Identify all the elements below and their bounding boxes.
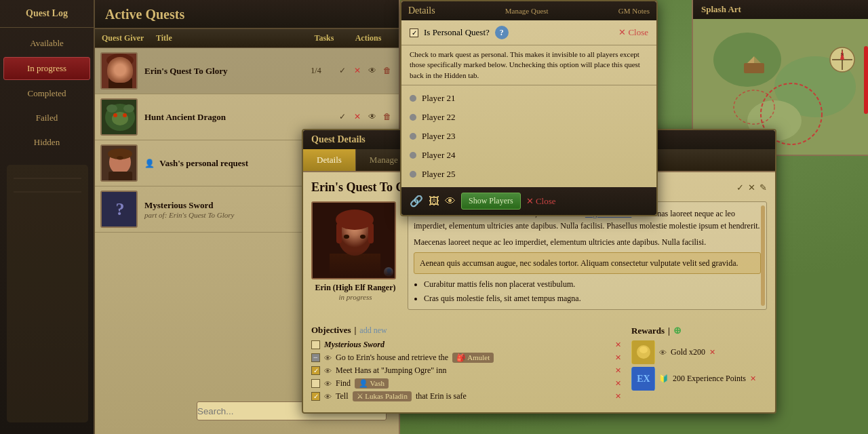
check-icon[interactable]: ✓	[736, 182, 744, 193]
quest-complete-btn[interactable]: ✓	[336, 65, 349, 77]
obj-eye-4[interactable]: 👁	[324, 380, 332, 388]
sidebar-item-inprogress[interactable]: In progress	[3, 57, 90, 80]
reward-text-exp: 200 Experience Points	[673, 374, 746, 384]
obj-checkbox-2[interactable]: −	[311, 353, 320, 362]
quest-hide-btn[interactable]: 👁	[366, 65, 378, 77]
obj-checkbox-3[interactable]: ✓	[311, 366, 320, 375]
info-icon[interactable]: ?	[495, 26, 509, 39]
objective-item-2: − 👁 Go to Erin's house and retrieve the …	[311, 353, 621, 363]
quest-list-header: Active Quests	[95, 0, 399, 29]
person-icon: 👤	[144, 159, 155, 168]
description-box[interactable]: Nulla lobortis velit id lorem ultricies,…	[408, 201, 767, 310]
obj-eye-3[interactable]: 👁	[324, 367, 332, 375]
details-content: 👤 Erin (High Elf Ranger) in progress Nul…	[311, 201, 767, 310]
quest-delete-btn-2[interactable]: 🗑	[381, 111, 393, 123]
info-tooltip: Check to mark quest as personal. This ma…	[401, 45, 656, 85]
svg-rect-29	[744, 63, 764, 73]
reward-item-exp: EX 🔰 200 Experience Points ✕	[631, 367, 767, 391]
player-dot-24	[410, 152, 416, 159]
exp-icon: EX	[631, 367, 655, 391]
avatar-vash	[100, 144, 138, 182]
add-objective-link[interactable]: add new	[359, 326, 387, 336]
eye-footer-icon[interactable]: 👁	[445, 195, 456, 208]
col-title-label: Title	[156, 33, 304, 43]
obj-delete-3[interactable]: ✕	[615, 366, 621, 375]
obj-text-5-post: that Erin is safe	[416, 391, 467, 401]
svg-text:?: ?	[116, 199, 125, 219]
obj-delete-1[interactable]: ✕	[615, 340, 621, 349]
svg-rect-41	[330, 254, 380, 279]
obj-eye-5[interactable]: 👁	[324, 393, 332, 401]
obj-text-2: Go to Erin's house and retrieve the	[336, 353, 448, 363]
player-item-23[interactable]: Player 23	[401, 127, 656, 146]
obj-tag-vash: 👤 Vash	[355, 378, 389, 389]
quest-info-mystery: Mysterious Sword part of: Erin's Quest T…	[144, 200, 296, 219]
svg-text:N: N	[840, 52, 844, 57]
obj-eye-2[interactable]: 👁	[324, 354, 332, 362]
obj-delete-2[interactable]: ✕	[615, 353, 621, 362]
portrait-status: in progress	[311, 293, 399, 301]
quest-delete-btn[interactable]: 🗑	[381, 65, 393, 77]
obj-text-4: Find	[336, 378, 351, 389]
sidebar: Quest Log Available In progress Complete…	[0, 0, 95, 434]
player-dot-21	[410, 95, 416, 102]
tab-details[interactable]: Details	[303, 149, 356, 171]
obj-checkbox-1[interactable]	[311, 340, 320, 349]
popup-close-btn[interactable]: ✕ Close	[618, 27, 648, 38]
obj-checkbox-4[interactable]	[311, 379, 320, 388]
reward-delete-gold[interactable]: ✕	[709, 348, 715, 357]
obj-delete-5[interactable]: ✕	[615, 392, 621, 401]
footer-close-btn[interactable]: ✕ Close	[526, 196, 556, 207]
quest-actions-dragon: ✓ ✕ 👁 🗑	[336, 111, 393, 123]
svg-point-13	[106, 104, 117, 113]
quest-title-vash: Vash's personal request	[159, 158, 248, 168]
quest-hide-btn-2[interactable]: 👁	[366, 111, 378, 123]
personal-quest-checkbox[interactable]: ✓	[410, 28, 418, 37]
svg-point-47	[360, 235, 366, 239]
svg-point-17	[123, 113, 127, 117]
reward-delete-exp[interactable]: ✕	[750, 374, 756, 383]
tooltip-text: Check to mark quest as personal. This ma…	[410, 50, 648, 81]
obj-checkbox-5[interactable]: ✓	[311, 392, 320, 401]
sidebar-item-completed[interactable]: Completed	[3, 83, 90, 104]
splash-art-header: Splash Art	[693, 0, 868, 19]
show-players-button[interactable]: Show Players	[461, 193, 521, 210]
quest-info-erin: Erin's Quest To Glory	[144, 66, 296, 77]
quest-row-erin[interactable]: Erin's Quest To Glory 1/4 ✓ ✕ 👁 🗑	[95, 48, 399, 94]
x-icon[interactable]: ✕	[748, 182, 755, 193]
sidebar-item-hidden[interactable]: Hidden	[3, 132, 90, 153]
reward-eye-exp[interactable]: 🔰	[659, 374, 669, 383]
rewards-title: Rewards	[631, 326, 665, 336]
reward-eye-gold[interactable]: 👁	[659, 349, 667, 357]
obj-text-1: Mysterious Sword	[324, 340, 384, 350]
quest-subtitle-mystery: part of: Erin's Quest To Glory	[144, 211, 296, 219]
player-item-22[interactable]: Player 22	[401, 108, 656, 127]
link-icon[interactable]: 🔗	[410, 195, 423, 208]
obj-delete-4[interactable]: ✕	[615, 379, 621, 388]
col-tasks-label: Tasks	[304, 33, 344, 43]
objective-item-5: ✓ 👁 Tell ⚔ Lukas Paladin that Erin is sa…	[311, 391, 621, 401]
sidebar-item-available[interactable]: Available	[3, 33, 90, 54]
quest-table-header: Quest Giver Title Tasks Actions	[95, 29, 399, 48]
player-name-22: Player 22	[422, 112, 455, 123]
player-item-25[interactable]: Player 25	[401, 165, 656, 184]
quest-fail-btn[interactable]: ✕	[351, 65, 363, 77]
player-list: Player 21 Player 22 Player 23 Player 24 …	[401, 85, 656, 187]
quest-title-dragon: Hunt Ancient Dragon	[144, 112, 296, 123]
scroll-bar[interactable]	[761, 205, 765, 306]
quest-complete-btn-2[interactable]: ✓	[336, 111, 349, 123]
player-item-24[interactable]: Player 24	[401, 146, 656, 165]
obj-text-5-pre: Tell	[336, 391, 349, 401]
image-icon[interactable]: 🖼	[429, 195, 439, 208]
svg-rect-10	[108, 78, 132, 90]
add-reward-icon[interactable]: ⊕	[673, 325, 682, 336]
edit-icon[interactable]: ✎	[760, 182, 767, 193]
personal-quest-row: ✓ Is Personal Quest? ? ✕ Close	[401, 20, 656, 45]
svg-rect-39	[864, 46, 868, 114]
rewards-col: Rewards | ⊕ 👁 Gold x200 ✕	[631, 325, 767, 404]
quest-fail-btn-2[interactable]: ✕	[351, 111, 363, 123]
player-item-21[interactable]: Player 21	[401, 89, 656, 108]
player-popup-footer: 🔗 🖼 👁 Show Players ✕ Close	[401, 187, 656, 215]
reward-text-gold: Gold x200	[671, 347, 705, 357]
sidebar-item-failed[interactable]: Failed	[3, 107, 90, 129]
